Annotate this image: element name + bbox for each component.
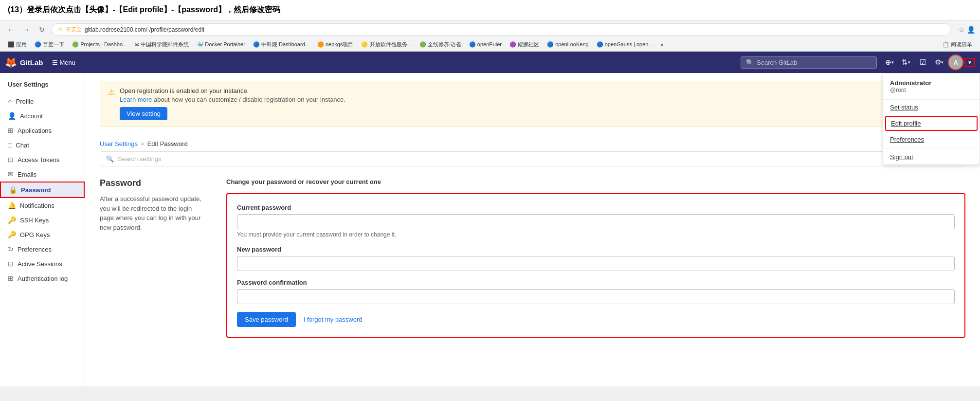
dropdown-sign-out[interactable]: Sign out [883,149,980,164]
password-layout: Password After a successful password upd… [100,178,965,338]
sidebar: User Settings ○ Profile 👤 Account ⊞ Appl… [0,73,85,386]
sidebar-label-profile: Profile [16,98,34,105]
sidebar-label-auth-log: Authentication log [18,275,68,282]
back-button[interactable]: ← [5,24,17,36]
sidebar-item-gpg-keys[interactable]: 🔑 GPG Keys [0,227,85,242]
notifications-icon: 🔔 [8,201,16,209]
dropdown-edit-profile[interactable]: Edit profile [885,116,978,131]
emails-icon: ✉ [8,170,14,178]
settings-button[interactable]: ⚙ ▾ [931,55,947,70]
sidebar-label-preferences: Preferences [18,246,52,253]
sidebar-item-preferences[interactable]: ↻ Preferences [0,242,85,256]
sidebar-item-chat[interactable]: □ Chat [0,138,85,152]
plus-icon: ⊕ [885,58,891,67]
dropdown-preferences[interactable]: Preferences [883,132,980,147]
profile-icon: ○ [8,97,12,105]
star-icon[interactable]: ☆ [959,26,965,34]
breadcrumb-parent-link[interactable]: User Settings [100,140,138,147]
bookmark-baidu[interactable]: 🔵 百度一下 [32,40,67,49]
sidebar-item-applications[interactable]: ⊞ Applications [0,123,85,138]
merge-requests-button[interactable]: ⇅ ▾ [898,55,914,70]
caret-icon: ▾ [891,60,894,65]
bookmark-yuque[interactable]: 🟢 全线修养·语雀 [417,40,464,49]
new-item-button[interactable]: ⊕ ▾ [882,55,897,70]
merge-icon: ⇅ [902,58,908,67]
sidebar-item-ssh-keys[interactable]: 🔑 SSH Keys [0,213,85,227]
bookmark-openlookeng[interactable]: 🔵 openLooKeng [544,40,592,49]
gitlab-logo-text: GitLab [20,58,43,67]
avatar-wrapper: A ▼ [948,55,975,70]
avatar-dropdown-caret[interactable]: ▼ [964,58,975,67]
alert-description: Learn more about how you can customize /… [120,96,957,103]
sidebar-label-gpg-keys: GPG Keys [20,231,50,238]
password-confirmation-group: Password confirmation [237,279,955,304]
sidebar-label-active-sessions: Active Sessions [18,260,62,268]
header-search[interactable]: 🔍 [741,56,877,69]
access-tokens-icon: ⊡ [8,156,14,164]
gitlab-logo[interactable]: 🦊 GitLab [5,56,43,68]
bookmark-software[interactable]: 🟡 开放软件包服务... [358,40,414,49]
todo-icon: ☑ [920,58,926,67]
sidebar-item-password[interactable]: 🔒 Password [0,182,85,198]
lock-icon: ⚠ [58,26,63,33]
bookmark-oepkgs[interactable]: 🟠 oepkgs项目 [314,40,357,49]
content-area: ⚠ Open registration is enabled on your i… [85,73,980,386]
password-form-box: Current password You must provide your c… [226,193,965,338]
user-dropdown-header: Administrator @root [883,73,980,100]
dropdown-set-status[interactable]: Set status [883,100,980,115]
sidebar-item-profile[interactable]: ○ Profile [0,94,85,109]
password-confirmation-input[interactable] [237,289,955,304]
menu-label: Menu [60,59,76,66]
password-confirmation-label: Password confirmation [237,279,955,286]
current-password-input[interactable] [237,214,955,229]
bookmark-docker[interactable]: 🐳 Docker Portainer [194,40,248,49]
forward-button[interactable]: → [20,24,32,36]
search-settings-box[interactable]: 🔍 Search settings [100,151,965,166]
account-icon: 👤 [8,112,16,120]
view-setting-button[interactable]: View setting [120,107,167,120]
dropdown-divider [883,148,980,148]
bookmark-mail[interactable]: ✉ 中国科学院邮件系统 [132,40,192,49]
bookmark-dashboard[interactable]: 🔵 中科院·Dashboard... [250,40,312,49]
search-settings-placeholder: Search settings [118,155,162,163]
search-input[interactable] [757,59,871,66]
bookmark-reading[interactable]: 📋 阅读清单 [940,40,975,49]
bookmarks-bar: ⬛ 应用 🔵 百度一下 🟢 Projects · Dashbo... ✉ 中国科… [0,38,980,51]
current-password-label: Current password [237,204,955,211]
bookmark-openeuler[interactable]: 🔵 openEuler [466,40,505,49]
user-dropdown: Administrator @root Set status Edit prof… [883,73,980,165]
apps-icon[interactable]: ⬛ 应用 [5,40,30,49]
account-icon[interactable]: 👤 [967,26,975,34]
reload-button[interactable]: ↻ [36,24,48,36]
todos-button[interactable]: ☑ [915,55,930,70]
header-menu-button[interactable]: ☰ Menu [48,57,80,68]
instruction-bar: (13）登录后依次点击【头像】-【Edit profile】-【password… [0,0,980,20]
search-settings-icon: 🔍 [106,155,114,163]
ssh-keys-icon: 🔑 [8,216,16,224]
user-handle: @root [890,87,973,93]
bookmark-projects[interactable]: 🟢 Projects · Dashbo... [69,40,130,49]
sidebar-label-access-tokens: Access Tokens [18,156,59,164]
sidebar-item-access-tokens[interactable]: ⊡ Access Tokens [0,152,85,167]
bookmark-opengauss[interactable]: 🔵 openGauss | open... [594,40,656,49]
form-actions: Save password I forgot my password [237,312,955,327]
sidebar-item-active-sessions[interactable]: ⊟ Active Sessions [0,256,85,271]
new-password-input[interactable] [237,256,955,271]
new-password-label: New password [237,246,955,253]
mr-caret-icon: ▾ [908,60,910,65]
save-password-button[interactable]: Save password [237,312,296,327]
sidebar-item-account[interactable]: 👤 Account [0,109,85,123]
password-icon: 🔒 [9,186,17,194]
active-sessions-icon: ⊟ [8,260,14,268]
avatar-button[interactable]: A [948,55,963,70]
sidebar-item-auth-log[interactable]: ⊞ Authentication log [0,271,85,286]
bookmark-more[interactable]: » [658,41,667,49]
sidebar-item-notifications[interactable]: 🔔 Notifications [0,198,85,213]
alert-learn-more-link[interactable]: Learn more [120,96,152,103]
forgot-password-link[interactable]: I forgot my password [304,316,363,323]
search-icon: 🔍 [746,59,754,66]
sidebar-item-emails[interactable]: ✉ Emails [0,167,85,182]
bookmark-kunpeng[interactable]: 🟣 鲲鹏社区 [507,40,542,49]
address-insecure-label: 不安全 [66,26,82,33]
address-bar[interactable]: ⚠ 不安全 gitlab.redrose2100.com/-/profile/p… [52,23,951,36]
